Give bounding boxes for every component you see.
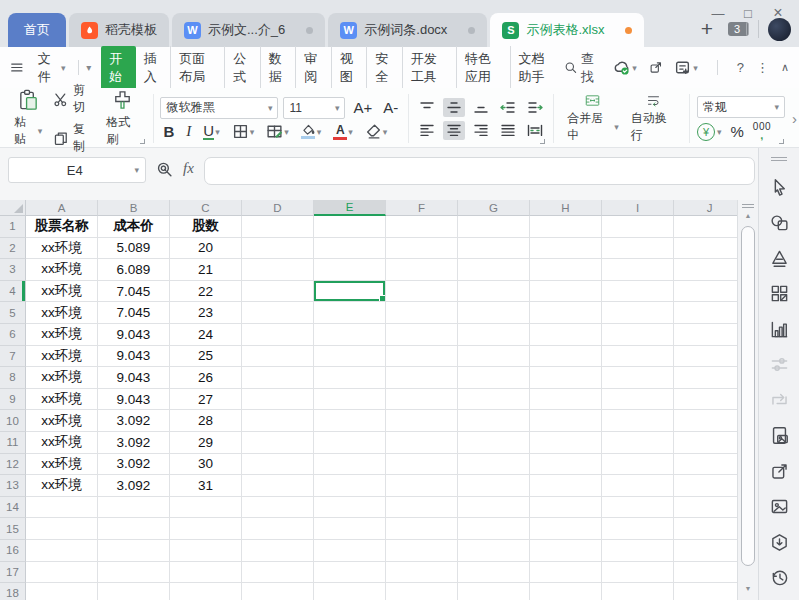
clear-format-button[interactable]: ▾ (362, 123, 391, 140)
unsaved-dot[interactable] (625, 27, 632, 34)
cell-F10[interactable] (386, 410, 458, 432)
cell-D17[interactable] (242, 562, 314, 584)
cell-A12[interactable]: xx环境 (26, 454, 98, 476)
cell-A8[interactable]: xx环境 (26, 367, 98, 389)
cell-E15[interactable] (314, 518, 386, 540)
export-share-icon[interactable] (767, 459, 791, 483)
cell-E5[interactable] (314, 302, 386, 324)
cell-J10[interactable] (674, 410, 737, 432)
cut-button[interactable]: 剪切 (53, 82, 95, 116)
cell-F1[interactable] (386, 216, 458, 238)
increase-indent-button[interactable] (524, 98, 546, 117)
number-format-select[interactable]: 常规 ▾ (697, 96, 785, 118)
new-tab-button[interactable]: + (695, 17, 719, 41)
cell-G15[interactable] (458, 518, 530, 540)
cell-G2[interactable] (458, 238, 530, 260)
apps-grid-icon[interactable] (767, 282, 791, 306)
cell-H3[interactable] (530, 259, 602, 281)
align-top-button[interactable] (416, 98, 438, 117)
cell-E9[interactable] (314, 389, 386, 411)
quick-access-chevron-icon[interactable]: ▾ (86, 62, 91, 73)
cell-D5[interactable] (242, 302, 314, 324)
cell-J1[interactable] (674, 216, 737, 238)
chart-icon[interactable] (767, 317, 791, 341)
font-color-button[interactable]: A ▾ (330, 124, 356, 140)
cell-G3[interactable] (458, 259, 530, 281)
cell-E10[interactable] (314, 410, 386, 432)
cell-I4[interactable] (602, 281, 674, 303)
cell-F4[interactable] (386, 281, 458, 303)
menu-item-9[interactable]: 特色应用 (456, 46, 510, 90)
group-expander[interactable] (140, 139, 145, 144)
cell-F8[interactable] (386, 367, 458, 389)
cell-J17[interactable] (674, 562, 737, 584)
column-header-D[interactable]: D (242, 200, 314, 216)
cell-I7[interactable] (602, 346, 674, 368)
cell-I17[interactable] (602, 562, 674, 584)
cell-C7[interactable]: 25 (170, 346, 242, 368)
cell-J9[interactable] (674, 389, 737, 411)
cell-J3[interactable] (674, 259, 737, 281)
cell-E6[interactable] (314, 324, 386, 346)
italic-button[interactable]: I (183, 123, 194, 140)
cell-B4[interactable]: 7.045 (98, 281, 170, 303)
row-header-9[interactable]: 9 (0, 389, 26, 411)
zoom-magnifier-icon[interactable] (156, 161, 173, 178)
cell-I12[interactable] (602, 454, 674, 476)
cell-J18[interactable] (674, 583, 737, 600)
cell-J8[interactable] (674, 367, 737, 389)
cell-D9[interactable] (242, 389, 314, 411)
cell-I9[interactable] (602, 389, 674, 411)
row-header-1[interactable]: 1 (0, 216, 26, 238)
flow-arrow-icon[interactable] (767, 388, 791, 412)
column-header-H[interactable]: H (530, 200, 602, 216)
cell-D11[interactable] (242, 432, 314, 454)
cell-I14[interactable] (602, 497, 674, 519)
collapse-ribbon-button[interactable]: ∧ (781, 61, 789, 74)
menu-item-1[interactable]: 插入 (136, 46, 170, 90)
select-all-corner[interactable] (0, 200, 26, 216)
cell-I16[interactable] (602, 540, 674, 562)
cell-J11[interactable] (674, 432, 737, 454)
cell-J14[interactable] (674, 497, 737, 519)
row-header-16[interactable]: 16 (0, 540, 26, 562)
cell-A4[interactable]: xx环境 (26, 281, 98, 303)
history-clock-icon[interactable] (767, 566, 791, 590)
split-handle[interactable] (742, 202, 754, 210)
cell-I11[interactable] (602, 432, 674, 454)
cell-I5[interactable] (602, 302, 674, 324)
row-header-10[interactable]: 10 (0, 410, 26, 432)
align-middle-button[interactable] (443, 98, 465, 117)
tab-docer-templates[interactable]: 稻壳模板 (69, 13, 169, 47)
notes-button[interactable]: ▾ (674, 59, 698, 76)
cell-B3[interactable]: 6.089 (98, 259, 170, 281)
column-header-J[interactable]: J (674, 200, 737, 216)
cell-F16[interactable] (386, 540, 458, 562)
cell-H7[interactable] (530, 346, 602, 368)
menu-item-4[interactable]: 数据 (260, 46, 295, 90)
tab-status-dot[interactable] (306, 27, 313, 34)
align-center-button[interactable] (443, 121, 465, 140)
cell-G8[interactable] (458, 367, 530, 389)
cell-F11[interactable] (386, 432, 458, 454)
picture-icon[interactable] (767, 495, 791, 519)
formula-input[interactable] (204, 157, 755, 185)
cell-F3[interactable] (386, 259, 458, 281)
cell-E14[interactable] (314, 497, 386, 519)
cell-E8[interactable] (314, 367, 386, 389)
cell-C18[interactable] (170, 583, 242, 600)
cell-E1[interactable] (314, 216, 386, 238)
cell-I18[interactable] (602, 583, 674, 600)
cell-C12[interactable]: 30 (170, 454, 242, 476)
hamburger-menu-icon[interactable] (10, 59, 24, 76)
cell-D14[interactable] (242, 497, 314, 519)
cell-I2[interactable] (602, 238, 674, 260)
cell-C13[interactable]: 31 (170, 475, 242, 497)
cell-E16[interactable] (314, 540, 386, 562)
cell-A3[interactable]: xx环境 (26, 259, 98, 281)
cell-E2[interactable] (314, 238, 386, 260)
cell-B15[interactable] (98, 518, 170, 540)
cell-E3[interactable] (314, 259, 386, 281)
cell-H15[interactable] (530, 518, 602, 540)
row-header-4[interactable]: 4 (0, 281, 26, 303)
